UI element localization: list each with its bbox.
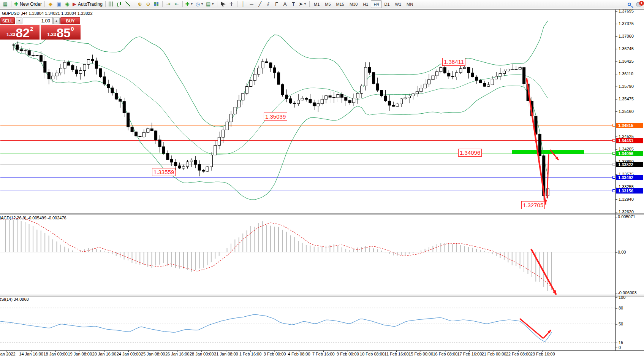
candle-body (265, 62, 268, 63)
sell-price-box[interactable]: 1.33 82 2 (0, 25, 40, 40)
candle-body (297, 100, 300, 103)
candle-body (479, 80, 482, 83)
candle-body (87, 59, 90, 64)
support-zone[interactable] (512, 150, 584, 154)
candle-body (499, 73, 502, 76)
candle-body (186, 162, 189, 167)
mt4-window: { "toolbar": { "groups": [ {"items":[{"n… (0, 0, 644, 357)
price-line-marker[interactable] (612, 163, 615, 166)
candle-body (79, 71, 82, 74)
candle-body (28, 51, 30, 55)
candle-body (392, 105, 395, 106)
rsi-indicator-label: RSI(14) 34.0868 (0, 297, 29, 301)
candle-body (511, 69, 513, 70)
candle-body (40, 56, 42, 62)
candle-body (91, 59, 94, 61)
candle-body (345, 97, 347, 100)
candle-body (99, 68, 102, 77)
chart-ohlc-title: GBPUSD-,H4 1.33804 1.34021 1.33804 1.338… (2, 11, 93, 16)
sell-price-sup: 2 (30, 26, 33, 32)
bollinger-band (13, 21, 548, 127)
candle-body (214, 145, 217, 155)
candle-body (47, 72, 50, 79)
candle-body (483, 83, 486, 87)
candle-body (368, 67, 371, 73)
price-line-marker[interactable] (612, 152, 615, 155)
candle-body (435, 71, 438, 76)
price-tag-1.33156[interactable]: 1.33156 (616, 188, 643, 194)
candle-body (495, 76, 498, 79)
candle-body (491, 79, 494, 85)
sell-button[interactable]: SELL (0, 17, 15, 24)
sell-price-prefix: 1.33 (6, 32, 15, 37)
candle-body (333, 97, 335, 98)
candle-body (305, 98, 308, 99)
price-tag-1.33492[interactable]: 1.33492 (616, 175, 643, 180)
annotation-arrow[interactable] (527, 78, 546, 205)
candle-body (428, 79, 430, 84)
candle-body (404, 98, 407, 99)
candle-body (309, 99, 312, 103)
price-line-marker[interactable] (612, 176, 615, 179)
buy-price-sup: 0 (71, 26, 74, 32)
candle-body (135, 132, 138, 136)
price-annotation[interactable]: 1.32705 (521, 201, 545, 209)
candle-body (198, 164, 201, 170)
price-tag-1.34096[interactable]: 1.34096 (616, 151, 643, 156)
candle-body (162, 147, 165, 154)
candle-body (396, 104, 399, 106)
candle-body (424, 84, 426, 88)
price-line-marker[interactable] (612, 124, 615, 127)
price-line-marker[interactable] (612, 139, 615, 142)
candle-body (103, 77, 106, 84)
volume-input[interactable] (23, 17, 53, 24)
candle-body (412, 94, 415, 96)
candle-body (12, 45, 15, 45)
candle-body (376, 84, 379, 90)
candle-body (356, 93, 359, 98)
price-tag-1.34431[interactable]: 1.34431 (616, 138, 643, 143)
candle-body (155, 131, 157, 140)
candle-body (285, 95, 288, 98)
price-tag-1.34815[interactable]: 1.34815 (616, 123, 643, 128)
buy-button[interactable]: BUY (60, 17, 80, 24)
candle-body (273, 68, 276, 73)
price-annotation[interactable]: 1.33559 (152, 168, 176, 176)
candle-body (360, 86, 363, 93)
candle-body (317, 104, 320, 106)
candle-body (372, 73, 375, 84)
candle-body (340, 94, 343, 97)
volume-increase-button[interactable]: ▲ (53, 17, 60, 24)
annotation-arrow[interactable] (520, 319, 543, 338)
candle-body (111, 88, 114, 93)
candle-body (107, 84, 110, 88)
buy-price-box[interactable]: 1.33 85 0 (41, 25, 81, 40)
candle-body (261, 62, 264, 68)
candle-body (147, 129, 149, 132)
candle-body (538, 134, 541, 155)
price-tag-1.33822[interactable]: 1.33822 (616, 162, 643, 167)
candle-body (63, 62, 66, 68)
candle-body (190, 160, 193, 162)
candle-body (293, 103, 296, 104)
price-annotation[interactable]: 1.36411 (442, 58, 465, 66)
candle-body (400, 99, 403, 104)
candle-body (258, 68, 260, 75)
candle-body (519, 68, 521, 69)
price-line-marker[interactable] (612, 189, 615, 192)
candle-body (206, 167, 209, 171)
candle-body (289, 98, 292, 103)
candle-body (67, 62, 70, 65)
price-annotation[interactable]: 1.34096 (458, 149, 482, 157)
buy-price-prefix: 1.33 (47, 32, 56, 37)
chart-canvas[interactable] (0, 0, 644, 357)
price-annotation[interactable]: 1.35039 (264, 113, 287, 121)
candle-body (451, 76, 454, 77)
candle-body (325, 96, 328, 99)
candle-body (174, 162, 177, 166)
candle-body (416, 92, 418, 94)
volume-decrease-button[interactable]: ▼ (16, 17, 22, 24)
candle-body (142, 132, 145, 137)
candle-body (515, 69, 517, 70)
sell-price-big: 82 (16, 27, 30, 39)
